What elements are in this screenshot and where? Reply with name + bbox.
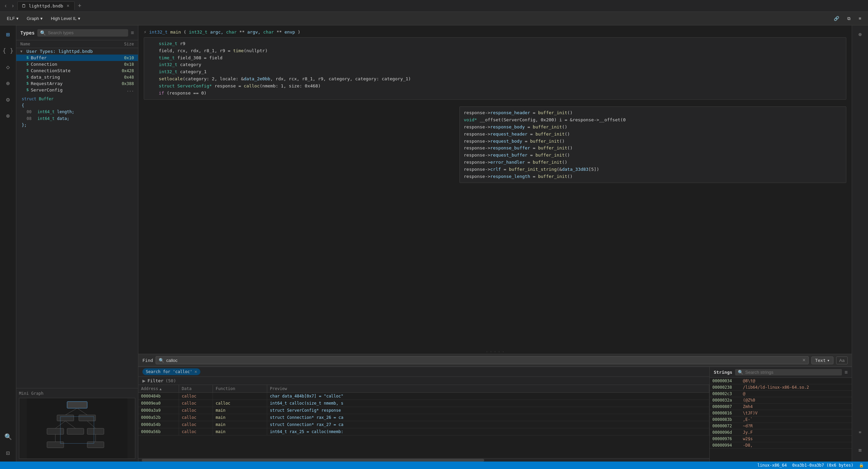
tree-item-connectionstate[interactable]: S ConnectionState 0x428 [16, 67, 138, 74]
back-button[interactable]: ‹ [3, 1, 8, 10]
cell-function: calloc [213, 400, 267, 407]
code-line: int32_t category_1 [148, 68, 842, 76]
link-button[interactable]: 🔗 [831, 15, 842, 23]
col-header-function[interactable]: Function [213, 385, 267, 392]
col-header-preview[interactable]: Preview [267, 385, 709, 392]
tree-item-datastring[interactable]: S data_string 0x48 [16, 74, 138, 80]
cell-function: main [213, 414, 267, 421]
list-item[interactable]: 0000096d Jy.F [710, 429, 852, 436]
list-item[interactable]: 00000072 ~d?R [710, 423, 852, 429]
side-icon-debug[interactable]: ⚙ [2, 93, 14, 105]
find-type-dropdown[interactable]: Text ▾ [811, 356, 833, 364]
table-row[interactable]: 0000a3a9 calloc main struct ServerConfig… [138, 407, 709, 414]
code-line: struct ServerConfig* response = calloc(n… [148, 83, 842, 90]
tree-item-buffer[interactable]: S Buffer 0x10 [16, 55, 138, 61]
table-row[interactable]: 0000484b calloc char data_484b[0x7] = "c… [138, 393, 709, 400]
tree-header: Name Size [16, 40, 138, 48]
side-icon-types[interactable]: ⊞ [2, 28, 14, 40]
search-box[interactable]: 🔍 [37, 29, 128, 37]
svg-rect-5 [67, 428, 84, 434]
side-icon-search[interactable]: 🔍 [2, 430, 14, 443]
forward-button[interactable]: › [10, 1, 16, 10]
strings-title: Strings [714, 370, 732, 375]
hlil-dropdown[interactable]: High Level IL ▾ [48, 15, 83, 22]
side-icon-xrefs[interactable]: ⊕ [2, 77, 14, 89]
find-case-button[interactable]: Aa [836, 356, 848, 364]
code-line: response->response_body = buffer_init() [464, 124, 842, 131]
list-item[interactable]: 0000032a (@Z%0 [710, 397, 852, 404]
panel-menu-button[interactable]: ≡ [131, 30, 134, 36]
side-icon-tags[interactable]: ◇ [2, 61, 14, 73]
strings-list: 00000034 @8\t@ 00000238 /lib64/ld-linux-… [710, 378, 852, 462]
strings-header: Strings 🔍 ≡ [710, 367, 852, 378]
right-icon-layers[interactable]: ⊗ [854, 28, 866, 40]
filter-expand-button[interactable]: ▶ [142, 379, 145, 383]
right-icon-list[interactable]: ≡ [854, 444, 866, 456]
item-size: 0x18 [124, 62, 134, 67]
search-tag[interactable]: Search for 'calloc' × [142, 368, 200, 375]
search-tag-close-button[interactable]: × [194, 369, 197, 374]
tree-category[interactable]: ▼ User Types: lighttpd.bndb [16, 48, 138, 55]
find-input-wrap[interactable]: 🔍 × [156, 356, 809, 364]
side-icon-functions[interactable]: { } [2, 44, 14, 57]
list-item[interactable]: 00000816 \tJF)V [710, 410, 852, 416]
elf-dropdown[interactable]: ELF ▾ [4, 15, 21, 22]
col-header-data[interactable]: Data [179, 385, 213, 392]
cell-address: 00009ea0 [138, 400, 179, 407]
tab-lighttpd[interactable]: 🗒 lighttpd.bndb × [17, 1, 75, 10]
find-clear-button[interactable]: × [803, 357, 806, 363]
code-line: field, rcx, rdx, r8_1, r9 = time(nullptr… [148, 47, 842, 55]
strings-search-input[interactable] [745, 370, 839, 375]
cell-data: calloc [179, 400, 213, 407]
list-item[interactable]: 00000976 w2$s [710, 436, 852, 442]
item-name: ServerConfig [31, 87, 63, 93]
side-icon-plugins[interactable]: ⊗ [2, 109, 14, 122]
cell-preview: struct Connection* rax_27 = ca [267, 421, 709, 428]
cell-address: 0000a3a9 [138, 407, 179, 414]
panel-header: Types 🔍 ≡ [16, 25, 138, 40]
search-results-header: Search for 'calloc' × [138, 367, 709, 377]
filter-label: Filter [147, 378, 163, 383]
find-input[interactable] [166, 358, 800, 363]
more-button[interactable]: ≡ [856, 15, 864, 23]
list-item[interactable]: 0000083b ,E-` [710, 416, 852, 423]
tree-item-serverconfig[interactable]: S ServerConfig ... [16, 87, 138, 93]
table-row[interactable]: 0000a54b calloc main struct Connection* … [138, 421, 709, 428]
strings-search[interactable]: 🔍 [735, 369, 842, 375]
table-row[interactable]: 0000a52b calloc main struct Connection* … [138, 414, 709, 421]
code-line: int32_t category [148, 61, 842, 68]
code-line: response->error_handler = buffer_init() [464, 159, 842, 166]
code-main-block: ssize_t r9 field, rcx, rdx, r8_1, r9 = t… [144, 37, 846, 100]
find-bar: Find 🔍 × Text ▾ Aa [138, 354, 852, 367]
graph-dropdown[interactable]: Graph ▾ [24, 15, 45, 22]
cell-address: 0000a54b [138, 421, 179, 428]
split-button[interactable]: ⧉ [845, 15, 853, 23]
strings-search-icon: 🔍 [738, 370, 743, 375]
mini-graph-canvas[interactable] [19, 398, 135, 459]
cell-function [213, 393, 267, 400]
right-icon-quote[interactable]: " [854, 428, 866, 440]
tree-item-requestarray[interactable]: S RequestArray 0x388 [16, 80, 138, 87]
svg-rect-2 [57, 415, 74, 421]
list-item[interactable]: 00000238 /lib64/ld-linux-x86-64.so.2 [710, 384, 852, 391]
list-item[interactable]: 000002c3 @ [710, 391, 852, 397]
cell-address: 0000484b [138, 393, 179, 400]
col-size: Size [124, 42, 134, 46]
tree-item-connection[interactable]: S Connection 0x18 [16, 61, 138, 67]
table-row[interactable]: 0000a56b calloc main int64_t rax_25 = ca… [138, 428, 709, 435]
list-item[interactable]: 00000034 @8\t@ [710, 378, 852, 384]
side-icon-terminal[interactable]: ⊡ [2, 447, 14, 459]
new-tab-button[interactable]: + [76, 2, 84, 10]
resize-handle-code[interactable]: · · · · · [138, 350, 852, 354]
left-panel: Types 🔍 ≡ Name Size ▼ User Types: lightt… [16, 25, 138, 462]
table-row[interactable]: 00009ea0 calloc calloc int64_t calloc(si… [138, 400, 709, 407]
cell-data: calloc [179, 428, 213, 435]
col-header-address[interactable]: Address ▲ [138, 385, 179, 392]
tab-close-button[interactable]: × [66, 3, 70, 8]
cell-preview: char data_484b[0x7] = "calloc" [267, 393, 709, 400]
list-item[interactable]: 00000807 Zmh4 [710, 404, 852, 410]
search-input[interactable] [48, 30, 125, 35]
list-item[interactable]: 00000994 -D8, [710, 442, 852, 449]
strings-menu-button[interactable]: ≡ [845, 369, 848, 375]
struct-icon: S [26, 81, 29, 86]
